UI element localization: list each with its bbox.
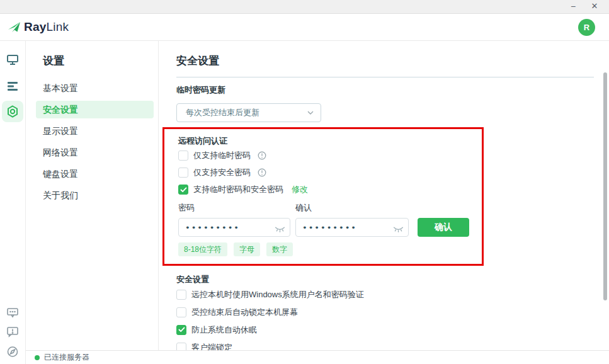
connection-status-text: 已连接服务器: [44, 352, 89, 363]
option-label: 仅支持临时密码: [193, 150, 251, 161]
nav-title: 设置: [43, 54, 158, 68]
password-input[interactable]: [178, 218, 290, 237]
remote-auth-highlight-box: 远程访问认证 仅支持临时密码 仅支持安全密码: [162, 127, 484, 266]
scrollbar-thumb[interactable]: [603, 72, 607, 300]
title-bar: − ✕: [0, 0, 609, 14]
brand-arrow-icon: [7, 20, 22, 34]
remote-auth-title: 远程访问认证: [178, 135, 482, 147]
option-label: 仅支持安全密码: [193, 167, 251, 178]
checkbox-windows-auth[interactable]: [176, 290, 186, 300]
minimize-icon[interactable]: −: [562, 0, 584, 14]
option-row-autolock: 受控结束后自动锁定本机屏幕: [176, 304, 594, 321]
eye-closed-icon[interactable]: [393, 224, 404, 236]
feedback-icon[interactable]: [6, 326, 19, 338]
info-icon[interactable]: [258, 151, 266, 160]
status-bar: 已连接服务器: [26, 350, 609, 364]
modify-link[interactable]: 修改: [292, 184, 308, 195]
nav-item-display[interactable]: 显示设置: [36, 122, 154, 140]
password-label: 密码: [178, 202, 290, 213]
connection-status-dot-icon: [35, 355, 40, 360]
settings-nav: 设置 基本设置 安全设置 显示设置 网络设置 键盘设置 关于我们: [26, 41, 159, 350]
checkbox-temp-only[interactable]: [178, 151, 188, 161]
settings-gear-icon[interactable]: [2, 101, 23, 122]
brand-name-bold: Ray: [24, 20, 46, 34]
option-row-prevent-sleep: 防止系统自动休眠: [176, 321, 594, 338]
confirm-field-group: 确认: [295, 202, 409, 237]
option-label: 受控结束后自动锁定本机屏幕: [191, 307, 298, 318]
option-row-secure-only: 仅支持安全密码: [178, 164, 482, 181]
chat-icon[interactable]: [6, 307, 19, 319]
rule-badge-letters: 字母: [234, 242, 260, 256]
option-row-windows-auth: 远控本机时使用Windows系统用户名和密码验证: [176, 286, 594, 303]
option-label: 防止系统自动休眠: [191, 324, 257, 336]
option-label: 远控本机时使用Windows系统用户名和密码验证: [191, 289, 364, 300]
nav-item-about[interactable]: 关于我们: [36, 186, 154, 204]
checkbox-secure-only[interactable]: [178, 168, 188, 178]
main-content: 安全设置 临时密码更新 每次受控结束后更新 远程访问认证 仅支持临时密码: [159, 41, 609, 350]
brand-name-light: Link: [46, 20, 69, 34]
temp-password-label: 临时密码更新: [176, 84, 594, 96]
help-compass-icon[interactable]: [7, 346, 19, 358]
chevron-down-icon: [307, 111, 314, 115]
password-rules: 8-18位字符 字母 数字: [178, 242, 482, 256]
option-row-temp-only: 仅支持临时密码: [178, 147, 482, 164]
nav-item-basic[interactable]: 基本设置: [36, 79, 154, 97]
checkbox-prevent-sleep[interactable]: [176, 325, 186, 335]
nav-item-keyboard[interactable]: 键盘设置: [36, 165, 154, 183]
option-label: 支持临时密码和安全密码: [193, 184, 283, 195]
option-row-both-passwords: 支持临时密码和安全密码 修改: [178, 181, 482, 198]
confirm-password-input[interactable]: [295, 218, 409, 237]
devices-icon[interactable]: [6, 54, 19, 65]
avatar[interactable]: R: [578, 19, 595, 36]
security-section-title: 安全设置: [176, 274, 594, 285]
password-field-group: 密码: [178, 202, 290, 237]
rule-badge-digits: 数字: [266, 242, 293, 256]
rule-badge-length: 8-18位字符: [178, 242, 227, 256]
checkbox-both-passwords[interactable]: [178, 185, 188, 195]
brand-logo: RayLink: [7, 20, 69, 34]
checkmark-icon: [178, 327, 185, 333]
confirm-button[interactable]: 确认: [418, 218, 469, 237]
page-title: 安全设置: [176, 54, 594, 68]
password-fields-row: 密码: [178, 202, 482, 237]
temp-password-dropdown[interactable]: 每次受控结束后更新: [176, 103, 321, 122]
app-window: − ✕ RayLink R: [0, 0, 609, 364]
dropdown-selected-value: 每次受控结束后更新: [186, 107, 259, 118]
icon-rail: [0, 41, 26, 364]
nav-item-network[interactable]: 网络设置: [36, 144, 154, 161]
info-icon[interactable]: [258, 168, 266, 177]
confirm-label: 确认: [295, 202, 409, 213]
title-divider: [176, 77, 594, 77]
checkbox-autolock[interactable]: [176, 307, 186, 317]
eye-closed-icon[interactable]: [275, 224, 285, 236]
checkmark-icon: [180, 187, 187, 193]
nav-item-security[interactable]: 安全设置: [36, 101, 154, 118]
session-list-icon[interactable]: [7, 81, 18, 91]
close-icon[interactable]: ✕: [584, 0, 605, 14]
app-header: RayLink R: [0, 14, 609, 41]
